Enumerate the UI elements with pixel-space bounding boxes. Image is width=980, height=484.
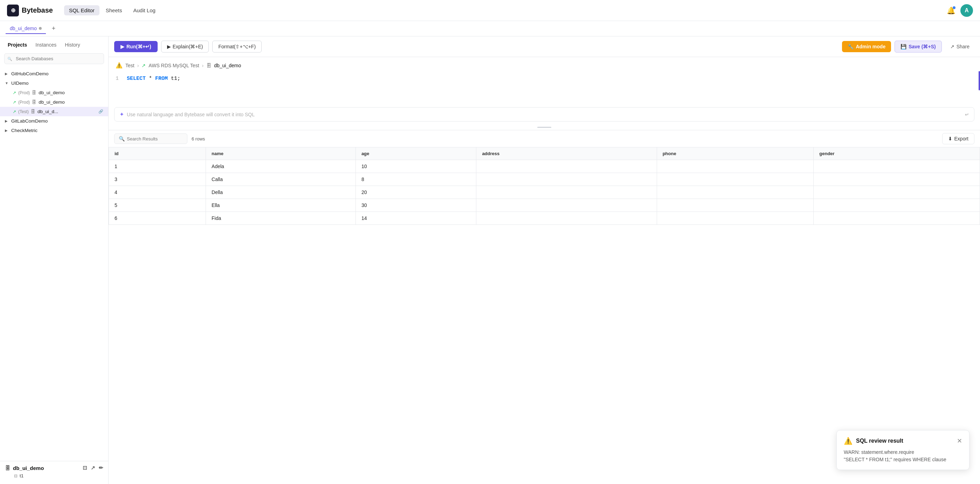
nav-tab-sql-editor[interactable]: SQL Editor <box>64 5 99 15</box>
table-name-label: t1 <box>20 473 24 478</box>
cell-address <box>476 186 657 199</box>
col-age: age <box>355 147 476 160</box>
code-editor[interactable]: 1 SELECT * FROM t1; <box>108 72 980 107</box>
ai-input-placeholder: Use natural language and Bytebase will c… <box>127 112 255 117</box>
cell-age: 10 <box>355 160 476 173</box>
search-icon: 🔍 <box>119 136 125 142</box>
col-id: id <box>109 147 206 160</box>
cell-address <box>476 212 657 225</box>
db-icon-bottom: 🗄 <box>5 465 10 471</box>
active-sheet-tab[interactable]: db_ui_demo <box>6 24 46 34</box>
table-row: 1Adela10 <box>109 160 980 173</box>
toast-header: ⚠️ SQL review result ✕ <box>844 437 962 445</box>
save-button[interactable]: 💾 Save (⌘+S) <box>894 41 942 53</box>
drag-divider[interactable] <box>108 124 980 130</box>
sidebar-tabs: Projects Instances History <box>0 37 108 50</box>
tree-item-gitlabcomdemo[interactable]: ▶ GitLabComDemo <box>0 116 108 126</box>
run-button[interactable]: ▶ Run(⌘+↵) <box>114 41 158 52</box>
table-row: 6Fida14 <box>109 212 980 225</box>
sheet-tab-dot <box>39 27 42 30</box>
col-address: address <box>476 147 657 160</box>
search-results-input[interactable] <box>127 136 183 142</box>
arrow-icon: ▶ <box>5 119 9 123</box>
toast-close-button[interactable]: ✕ <box>957 437 962 445</box>
tree-item-githubcomdemo[interactable]: ▶ GitHubComDemo <box>0 69 108 78</box>
edit-icon[interactable]: ✏ <box>99 465 103 471</box>
cell-id: 4 <box>109 186 206 199</box>
table-row: 3Calla8 <box>109 173 980 186</box>
export-button[interactable]: ⬇ Export <box>942 133 974 144</box>
format-button[interactable]: Format(⇧+⌥+F) <box>212 41 262 53</box>
topnav-right: 🔔 A <box>947 4 973 17</box>
db-actions: ⊡ ↗ ✏ <box>83 465 103 471</box>
breadcrumb-db-icon: 🗄 <box>206 63 211 68</box>
drag-handle <box>537 127 551 128</box>
tree-label: CheckMetric <box>11 128 38 133</box>
sidebar-search-wrap <box>0 50 108 68</box>
toast-warn-icon: ⚠️ <box>844 437 853 445</box>
table-item-t1[interactable]: ⊟ t1 <box>5 471 103 481</box>
admin-mode-button[interactable]: 🔧 Admin mode <box>842 41 891 52</box>
db-label-row: 🗄 db_ui_demo ⊡ ↗ ✏ <box>5 465 103 471</box>
tree-item-uidemo-prod2[interactable]: ↗ (Prod) 🗄 db_ui_demo <box>0 97 108 107</box>
editor-content: ⚠️ Test › ↗ AWS RDS MySQL Test › 🗄 db_ui… <box>108 57 980 484</box>
tree-db-label: db_ui_demo <box>38 99 64 105</box>
cell-phone <box>657 173 814 186</box>
nav-tab-sheets[interactable]: Sheets <box>101 5 127 15</box>
cell-address <box>476 160 657 173</box>
db-icon: 🗄 <box>31 109 35 114</box>
rows-count: 6 rows <box>192 136 205 142</box>
cell-id: 1 <box>109 160 206 173</box>
export-icon: ⬇ <box>948 136 952 142</box>
nav-tabs: SQL Editor Sheets Audit Log <box>64 5 161 15</box>
table-icon: ⊟ <box>14 473 18 478</box>
notification-dot <box>953 6 956 9</box>
db-icon: 🗄 <box>32 90 37 95</box>
breadcrumb-instance-icon: ↗ <box>142 63 146 68</box>
ai-input-wrap: ✦ Use natural language and Bytebase will… <box>114 107 974 121</box>
tree-item-uidemo-test[interactable]: ↗ (Test) 🗄 db_ui_d... 🔗 <box>0 107 108 116</box>
instance-icon: ↗ <box>13 109 16 114</box>
cell-name: Ella <box>206 199 356 212</box>
breadcrumb-project: Test <box>126 63 135 68</box>
ai-send-icon[interactable]: ↵ <box>965 112 969 117</box>
toolbar: ▶ Run(⌘+↵) ▶ Explain(⌘+E) Format(⇧+⌥+F) … <box>108 37 980 57</box>
col-phone: phone <box>657 147 814 160</box>
toast-title: SQL review result <box>856 438 953 444</box>
share-icon: ↗ <box>950 44 955 49</box>
cell-address <box>476 199 657 212</box>
sidebar-tab-history[interactable]: History <box>61 40 84 50</box>
share-button[interactable]: ↗ Share <box>945 41 974 52</box>
tree-item-uidemo[interactable]: ▼ UIDemo <box>0 78 108 88</box>
tree-item-uidemo-prod1[interactable]: ↗ (Prod) 🗄 db_ui_demo <box>0 88 108 97</box>
code-keyword-select: SELECT <box>127 76 146 81</box>
bell-icon[interactable]: 🔔 <box>947 6 956 15</box>
play-icon: ▶ <box>121 44 124 49</box>
arrow-icon: ▼ <box>5 81 9 85</box>
search-databases-input[interactable] <box>4 53 104 64</box>
expand-icon[interactable]: ⊡ <box>83 465 87 471</box>
col-gender: gender <box>814 147 980 160</box>
avatar[interactable]: A <box>960 4 973 17</box>
toast-body: WARN: statement.where.require"SELECT * F… <box>844 449 962 463</box>
sidebar-tab-projects[interactable]: Projects <box>4 40 30 50</box>
admin-icon: 🔧 <box>848 44 854 49</box>
breadcrumb-instance: AWS RDS MySQL Test <box>148 63 199 68</box>
cell-gender <box>814 186 980 199</box>
sidebar-tab-instances[interactable]: Instances <box>32 40 60 50</box>
results-search-wrap: 🔍 <box>114 134 188 144</box>
cell-age: 8 <box>355 173 476 186</box>
cell-phone <box>657 199 814 212</box>
logo: ⊕ Bytebase <box>7 5 53 16</box>
add-tab-button[interactable]: + <box>49 24 59 33</box>
breadcrumb-warning-icon: ⚠️ <box>116 62 123 68</box>
nav-tab-audit-log[interactable]: Audit Log <box>128 5 160 15</box>
tree-item-checkmetric[interactable]: ▶ CheckMetric <box>0 126 108 135</box>
breadcrumb-database: db_ui_demo <box>214 63 241 68</box>
cell-phone <box>657 186 814 199</box>
cell-age: 14 <box>355 212 476 225</box>
db-name-label: db_ui_demo <box>13 465 44 471</box>
cell-id: 5 <box>109 199 206 212</box>
explain-button[interactable]: ▶ Explain(⌘+E) <box>161 41 209 53</box>
external-link-icon[interactable]: ↗ <box>91 465 95 471</box>
